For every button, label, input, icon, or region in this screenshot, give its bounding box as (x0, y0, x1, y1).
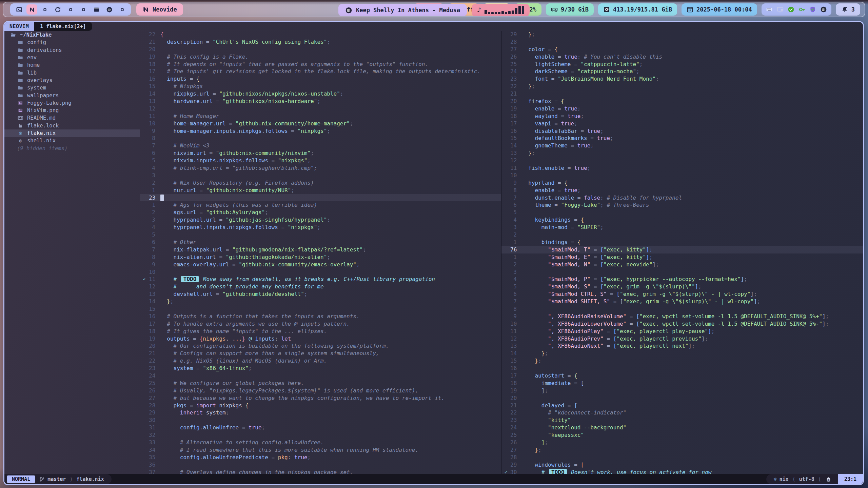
editor-right-line[interactable]: 6 theme = "Foggy-Lake"; # Three-Bears (501, 201, 863, 209)
editor-left-line[interactable]: 8 (140, 135, 501, 142)
editor-left-line[interactable]: 19 outputs = {nixpkgs, ...} @ inputs: le… (140, 335, 501, 343)
shield-check-icon[interactable] (809, 6, 816, 13)
editor-left-line[interactable]: 18 # It depends on "inputs" that are pas… (140, 61, 501, 68)
editor-left-line[interactable]: 4 # blink-cmp.url = "github:saghen/blink… (140, 164, 501, 172)
tree-item-derivations[interactable]: derivations (4, 46, 140, 54)
editor-right-line[interactable]: ✓30 # TODO Doesn't work, use focus_on_ac… (501, 469, 863, 474)
editor-right-line[interactable]: 9 hyprland = { (501, 179, 863, 187)
editor-left-line[interactable]: 10 (140, 268, 501, 276)
editor-right-line[interactable]: 2 "$mainMod, N" = ["exec, neovide"]; (501, 261, 863, 268)
editor-left-line[interactable]: 13 hardware.url = "github:nixos/nixos-ha… (140, 98, 501, 105)
editor-left-line[interactable]: 9 emacs-overlay.url = "github:nix-commun… (140, 261, 501, 268)
editor-right-line[interactable]: 16 disableTabBar = true; (501, 127, 863, 135)
editor-left-line[interactable]: 20 # Our configuration is buildable on t… (140, 342, 501, 350)
editor-right-line[interactable]: 29 }; (501, 31, 863, 38)
editor-left-line[interactable]: 21 description = "ChUrl's NixOS config u… (140, 38, 501, 46)
editor-right-line[interactable]: 26 ]; (501, 439, 863, 446)
editor-right-line[interactable]: 3 (501, 268, 863, 276)
editor-left-line[interactable]: 28 pkgs = import nixpkgs { (140, 402, 501, 409)
notifications-pill[interactable]: 3 (836, 3, 860, 16)
memory-pill[interactable]: 9/30 GiB (546, 3, 594, 16)
editor-right-line[interactable]: 7 dunst.enable = false; # Disable for hy… (501, 194, 863, 202)
editor-left-line[interactable]: 32 (140, 431, 501, 439)
tree-item-shell-nix[interactable]: ❄shell.nix (4, 137, 140, 144)
editor-right-line[interactable]: 13 ", XF86AudioNext" = ["exec, playerctl… (501, 342, 863, 350)
editor-left-line[interactable]: 2 ags.url = "github:Aylur/ags"; (140, 209, 501, 216)
workspace-1[interactable] (14, 4, 24, 15)
editor-right-line[interactable]: 7 "$mainMod SHIFT, S" = ["exec, grim -g … (501, 298, 863, 305)
editor-left-line[interactable]: 37 # Overlays define changes in the nixp… (140, 469, 501, 474)
tree-item-home[interactable]: home (4, 61, 140, 69)
tab-flake-nix[interactable]: 1 flake.nix[2+] (34, 22, 92, 31)
editor-left-line[interactable]: 16 inputs = { (140, 75, 501, 83)
editor-right-line[interactable]: 9 ", XF86AudioRaiseVolume" = ["exec, wpc… (501, 313, 863, 320)
editor-right-line[interactable]: 20 (501, 394, 863, 402)
editor-right-line[interactable]: 3 main-mod = "SUPER"; (501, 224, 863, 231)
editor-right-line[interactable]: 24 darkScheme = "catppuccin-mocha"; (501, 68, 863, 75)
key-icon[interactable] (798, 6, 805, 13)
editor-left-line[interactable]: 15 (140, 305, 501, 313)
editor-right-line[interactable]: 11 fish.enable = true; (501, 164, 863, 172)
workspace-5[interactable] (65, 4, 76, 15)
editor-left-line[interactable]: 12 (140, 105, 501, 113)
tree-item-flake-lock[interactable]: flake.lock (4, 122, 140, 129)
workspace-4[interactable] (52, 4, 63, 15)
editor-left-line[interactable]: 12 # and doesn't provide any benefits fo… (140, 283, 501, 290)
editor-left-line[interactable]: 33 # Alternative to setting config.allow… (140, 439, 501, 446)
editor-right-line[interactable]: 25 "keepassxc" (501, 431, 863, 439)
tree-item--nixflake[interactable]: ~/NixFlake (4, 31, 140, 39)
workspace-2[interactable] (26, 4, 37, 15)
workspace-9[interactable] (117, 4, 127, 15)
editor-right-line[interactable]: 4 "$mainMod, P" = ["exec, hyprpicker --a… (501, 276, 863, 283)
editor-right-line[interactable]: 10 ", XF86AudioLowerVolume" = ["exec, wp… (501, 320, 863, 328)
editor-right-line[interactable]: 8 enable = true; (501, 187, 863, 194)
git-branch[interactable]: master (39, 476, 66, 482)
editor-left-line[interactable]: 14 nixpkgs.url = "github:nixos/nixpkgs/n… (140, 90, 501, 98)
editor-left-line[interactable]: 22 # e.g. NixOS (linux) and MacOS (darwi… (140, 357, 501, 365)
editor-right-line[interactable]: 12 ", XF86AudioPrev" = ["exec, playerctl… (501, 335, 863, 343)
editor-right-line[interactable]: 14 gnomeTheme = true; (501, 142, 863, 149)
editor-right-line[interactable]: 22 # "kdeconnect-indicator" (501, 409, 863, 416)
editor-right-line[interactable]: 8 (501, 305, 863, 313)
editor-right-line[interactable]: 18 immediate = [ (501, 380, 863, 387)
editor-right-line[interactable]: 20 firefox = { (501, 98, 863, 105)
editor-left-line[interactable]: 26 # Usually, "nixpkgs.legacyPackages.${… (140, 387, 501, 394)
editor-right-line[interactable]: 19 enable = true; (501, 105, 863, 113)
editor-left-line[interactable]: 31 config.allowUnfree = true; (140, 424, 501, 431)
editor-left-line[interactable]: 13 devshell.url = "github:numtide/devshe… (140, 290, 501, 298)
tab-neovim[interactable]: NEOVIM (4, 22, 34, 31)
now-playing-pill[interactable]: Keep Shelly In Athens - Medusa (338, 4, 467, 16)
tree-item-lib[interactable]: lib (4, 69, 140, 76)
editor-right-line[interactable]: 4 keybindings = { (501, 216, 863, 224)
editor-right-line[interactable]: 23 font = "JetBrainsMono Nerd Font Mono"… (501, 75, 863, 83)
editor-left-line[interactable]: 11 # Home Manager (140, 113, 501, 120)
editor-left-line[interactable]: 7 nix-flatpak.url = "github:gmodena/nix-… (140, 246, 501, 253)
workspace-3[interactable] (39, 4, 50, 15)
editor-left-line[interactable]: 35 config.allowUnfreePredicate = pkg: tr… (140, 454, 501, 461)
editor-left-line[interactable]: 21 # Configs can support more than a sin… (140, 350, 501, 357)
tree-item-env[interactable]: env (4, 54, 140, 61)
editor-pane-right[interactable]: 29 };2827 color = {26 enable = true; # Y… (501, 31, 863, 474)
editor-right-line[interactable]: 27 color = { (501, 46, 863, 53)
editor-left-line[interactable]: 24 (140, 372, 501, 380)
editor-right-line[interactable]: 5 (501, 209, 863, 216)
editor-right-line[interactable]: 17 vaapi = true; (501, 120, 863, 127)
tree-item-system[interactable]: system (4, 84, 140, 92)
editor-left-line[interactable]: 4 hyprpanel.inputs.nixpkgs.follows = "ni… (140, 224, 501, 231)
editor-left-line[interactable]: 20 (140, 46, 501, 53)
disk-pill[interactable]: 413.19/915.81 GiB (598, 3, 677, 16)
editor-left-line[interactable]: 1 # Ags for widgets (this was a terrible… (140, 201, 501, 209)
editor-right-line[interactable]: 5 "$mainMod, S" = ["exec, grim -g \"$(sl… (501, 283, 863, 290)
editor-right-line[interactable]: 29 windowrules = [ (501, 461, 863, 469)
editor-left-line[interactable]: 14 }; (140, 298, 501, 305)
active-app-badge[interactable]: Neovide (136, 3, 183, 16)
editor-right-line[interactable]: 2 (501, 231, 863, 239)
editor-left-line[interactable]: 2 # Nix User Repository (e.g. Firefox ad… (140, 179, 501, 187)
editor-right-line[interactable]: 23 "kitty" (501, 416, 863, 424)
editor-right-line[interactable]: 26 enable = true; # You can't disable th… (501, 53, 863, 61)
editor-left-line[interactable]: 19 # This config is a Flake. (140, 53, 501, 61)
editor-right-line[interactable]: 17 autostart = { (501, 372, 863, 380)
editor-left-line[interactable]: 27 # but because we want to change the n… (140, 394, 501, 402)
workspace-7[interactable] (91, 4, 102, 15)
tree-item-flake-nix[interactable]: ❄flake.nix (4, 129, 140, 137)
